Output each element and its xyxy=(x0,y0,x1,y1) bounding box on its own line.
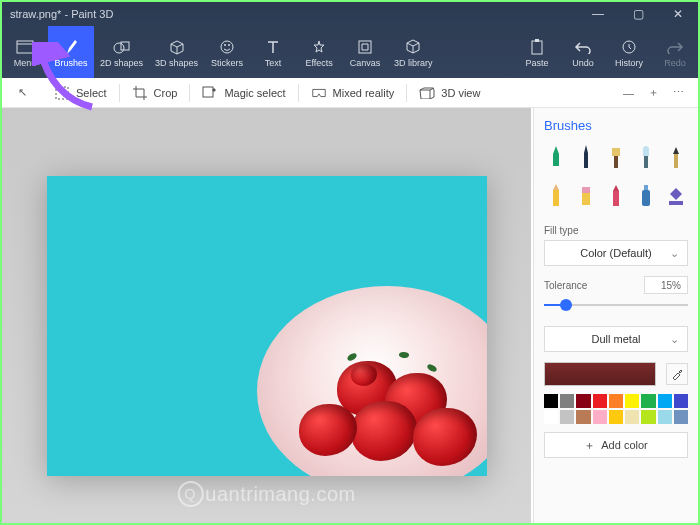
color-swatch[interactable] xyxy=(658,410,672,424)
2d-shapes-label: 2D shapes xyxy=(100,58,143,68)
brush-crayon[interactable] xyxy=(606,181,626,211)
add-color-button[interactable]: ＋ Add color xyxy=(544,432,688,458)
svg-rect-17 xyxy=(553,190,559,206)
fill-type-dropdown[interactable]: Color (Default) ⌄ xyxy=(544,240,688,266)
canvas-label: Canvas xyxy=(350,58,381,68)
redo-button[interactable]: Redo xyxy=(652,26,698,78)
eyedropper-button[interactable] xyxy=(666,363,688,385)
brush-pixel[interactable] xyxy=(666,143,686,173)
select-label: Select xyxy=(76,87,107,99)
color-swatch[interactable] xyxy=(544,394,558,408)
watermark-icon: Q xyxy=(177,481,203,507)
brush-marker[interactable] xyxy=(546,143,566,173)
brush-spray[interactable] xyxy=(636,181,656,211)
window-title: straw.png* - Paint 3D xyxy=(2,8,578,20)
brush-icon xyxy=(62,38,80,56)
menu-icon xyxy=(16,38,34,56)
color-swatch[interactable] xyxy=(609,410,623,424)
effects-icon xyxy=(310,38,328,56)
svg-rect-14 xyxy=(614,156,618,168)
mixed-reality-icon xyxy=(311,85,327,101)
svg-rect-8 xyxy=(532,41,542,54)
color-swatch[interactable] xyxy=(544,410,558,424)
3d-library-tab[interactable]: 3D library xyxy=(388,26,439,78)
chevron-down-icon: ⌄ xyxy=(670,333,679,346)
zoom-in-button[interactable]: ＋ xyxy=(648,85,659,100)
stickers-label: Stickers xyxy=(211,58,243,68)
text-icon xyxy=(264,38,282,56)
text-tab[interactable]: Text xyxy=(250,26,296,78)
history-button[interactable]: History xyxy=(606,26,652,78)
color-swatch[interactable] xyxy=(593,394,607,408)
color-swatch[interactable] xyxy=(641,410,655,424)
svg-rect-11 xyxy=(56,87,68,99)
tolerance-label: Tolerance xyxy=(544,280,587,291)
color-swatch[interactable] xyxy=(560,410,574,424)
color-swatch[interactable] xyxy=(576,410,590,424)
panel-title: Brushes xyxy=(544,118,688,133)
color-swatch[interactable] xyxy=(625,394,639,408)
svg-point-2 xyxy=(114,43,124,53)
brushes-tab[interactable]: Brushes xyxy=(48,26,94,78)
color-swatch[interactable] xyxy=(593,410,607,424)
undo-button[interactable]: Undo xyxy=(560,26,606,78)
brush-watercolor[interactable] xyxy=(636,143,656,173)
workspace: Q uantrimang.com xyxy=(2,108,531,523)
paste-button[interactable]: Paste xyxy=(514,26,560,78)
brush-calligraphy[interactable] xyxy=(576,143,596,173)
color-swatch[interactable] xyxy=(674,394,688,408)
brush-grid xyxy=(544,143,688,211)
slider-knob[interactable] xyxy=(560,299,572,311)
select-icon xyxy=(54,85,70,101)
canvas-image[interactable] xyxy=(47,176,487,476)
tolerance-slider[interactable] xyxy=(544,296,688,314)
zoom-out-button[interactable]: — xyxy=(623,87,634,99)
crop-tool[interactable]: Crop xyxy=(120,78,190,107)
2d-shapes-tab[interactable]: 2D shapes xyxy=(94,26,149,78)
brush-eraser[interactable] xyxy=(576,181,596,211)
mixed-reality-label: Mixed reality xyxy=(333,87,395,99)
color-swatch[interactable] xyxy=(609,394,623,408)
mixed-reality-tool[interactable]: Mixed reality xyxy=(299,78,407,107)
magic-select-tool[interactable]: Magic select xyxy=(190,78,297,107)
current-color-swatch[interactable] xyxy=(544,362,656,386)
3d-shapes-label: 3D shapes xyxy=(155,58,198,68)
history-label: History xyxy=(615,58,643,68)
menu-button[interactable]: Menu xyxy=(2,26,48,78)
magic-select-icon xyxy=(202,85,218,101)
canvas-tab[interactable]: Canvas xyxy=(342,26,388,78)
select-tool[interactable]: Select xyxy=(42,78,119,107)
chevron-down-icon: ⌄ xyxy=(670,247,679,260)
pointer-tool[interactable]: ↖ xyxy=(2,78,42,107)
crop-label: Crop xyxy=(154,87,178,99)
add-color-label: Add color xyxy=(601,439,647,451)
3d-shapes-tab[interactable]: 3D shapes xyxy=(149,26,204,78)
ribbon: Menu Brushes 2D shapes 3D shapes Sticker… xyxy=(2,26,698,78)
menu-label: Menu xyxy=(14,58,37,68)
svg-rect-0 xyxy=(17,41,33,53)
stickers-tab[interactable]: Stickers xyxy=(204,26,250,78)
brush-pencil[interactable] xyxy=(546,181,566,211)
maximize-button[interactable]: ▢ xyxy=(618,2,658,26)
svg-rect-19 xyxy=(582,193,590,205)
svg-point-4 xyxy=(221,41,233,53)
color-swatch[interactable] xyxy=(658,394,672,408)
color-swatch[interactable] xyxy=(641,394,655,408)
3d-library-icon xyxy=(404,38,422,56)
minimize-button[interactable]: — xyxy=(578,2,618,26)
watermark: Q uantrimang.com xyxy=(177,481,355,507)
color-swatch[interactable] xyxy=(576,394,590,408)
tolerance-value[interactable]: 15% xyxy=(644,276,688,294)
brush-oil[interactable] xyxy=(606,143,626,173)
brush-fill[interactable] xyxy=(666,181,686,211)
effects-tab[interactable]: Effects xyxy=(296,26,342,78)
zoom-more-button[interactable]: ⋯ xyxy=(673,86,684,99)
crop-icon xyxy=(132,85,148,101)
color-swatch[interactable] xyxy=(674,410,688,424)
color-swatch[interactable] xyxy=(560,394,574,408)
3d-view-tool[interactable]: 3D view xyxy=(407,78,492,107)
close-button[interactable]: ✕ xyxy=(658,2,698,26)
color-swatch[interactable] xyxy=(625,410,639,424)
material-dropdown[interactable]: Dull metal ⌄ xyxy=(544,326,688,352)
svg-rect-21 xyxy=(644,185,648,190)
